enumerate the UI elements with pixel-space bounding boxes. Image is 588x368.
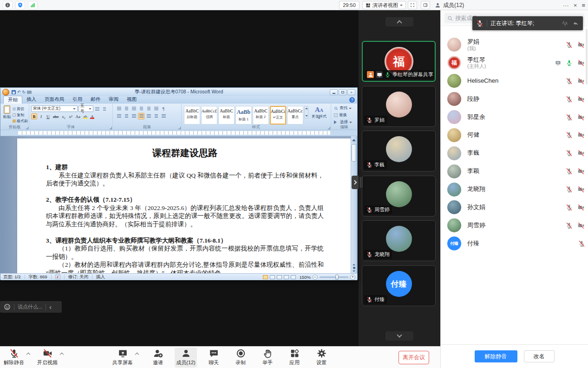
dialog-launcher-icon[interactable]: [110, 127, 112, 129]
toolbar-chat-button[interactable]: 聊天: [203, 348, 225, 366]
member-row[interactable]: 何健: [441, 126, 588, 144]
minimize-button[interactable]: [330, 89, 338, 95]
toolbar-apps-button[interactable]: 应用: [283, 348, 306, 366]
chevron-up-icon[interactable]: [25, 349, 32, 365]
zoom-out-button[interactable]: –: [313, 275, 318, 280]
style-强调[interactable]: AaBbCcD强调: [201, 106, 217, 125]
undo-icon[interactable]: ↶: [17, 90, 21, 94]
unmute-button[interactable]: 解除静音: [475, 350, 517, 362]
member-row[interactable]: 付臻付臻: [441, 235, 588, 253]
panel-menu-button[interactable]: ≡: [581, 2, 585, 9]
print-icon[interactable]: [27, 91, 32, 94]
shield-icon[interactable]: [15, 1, 25, 9]
grow-font-button[interactable]: [94, 106, 100, 112]
toolbar-start-video-button[interactable]: 开启视频: [36, 348, 59, 366]
member-row[interactable]: 周雪婷: [441, 217, 588, 235]
multilevel-list-button[interactable]: [131, 105, 137, 112]
numbering-button[interactable]: [123, 105, 130, 112]
ribbon-tab-4[interactable]: 引用: [68, 96, 86, 104]
ribbon-tab-1[interactable]: 开始: [3, 96, 22, 104]
member-row[interactable]: 李巍: [441, 144, 588, 162]
redo-icon[interactable]: ↻: [22, 90, 26, 94]
member-row[interactable]: 罗娟(我): [441, 36, 588, 54]
toolbar-unmute-button[interactable]: 解除静音: [3, 348, 25, 366]
font-button-A[interactable]: A: [89, 113, 95, 119]
style-副标题[interactable]: AaBbC副标题: [184, 106, 200, 125]
browse-object-icon[interactable]: [353, 267, 355, 269]
style-标题[interactable]: AaBbC标题: [218, 106, 235, 125]
line-spacing-button[interactable]: [145, 113, 152, 119]
toolbar-record-button[interactable]: 录制: [229, 348, 252, 366]
view-mode-button[interactable]: 演讲者视图: [362, 1, 406, 9]
shading-button[interactable]: [153, 113, 159, 119]
collapse-chatbar-button[interactable]: ‹: [49, 304, 52, 310]
format-painter-button[interactable]: 格式刷: [13, 118, 28, 124]
pilcrow-button[interactable]: ¶: [160, 105, 167, 112]
style-要点[interactable]: AaBbCcD要点: [287, 106, 303, 125]
zoom-level[interactable]: 150%: [300, 275, 311, 280]
ruler[interactable]: [0, 130, 357, 136]
toolbar-invite-button[interactable]: 邀请: [147, 348, 169, 366]
print-layout-view-icon[interactable]: [263, 275, 268, 279]
font-button-abc[interactable]: abc: [52, 113, 60, 119]
dialog-launcher-icon[interactable]: [328, 127, 330, 129]
scrollbar-thumb[interactable]: [352, 144, 356, 162]
font-button-Aa[interactable]: Aa: [75, 113, 82, 119]
revision-status[interactable]: 修订: 关闭: [68, 274, 88, 280]
toolbar-settings-button[interactable]: 设置: [310, 348, 333, 366]
change-styles-button[interactable]: AA 更改样式: [309, 105, 329, 124]
copy-button[interactable]: 复制: [13, 112, 28, 118]
info-icon[interactable]: [3, 1, 13, 9]
zoom-in-button[interactable]: +: [350, 275, 355, 280]
signal-icon[interactable]: [28, 1, 38, 9]
ribbon-tab-6[interactable]: 审阅: [105, 96, 123, 104]
reply-icon[interactable]: [572, 20, 579, 27]
cut-button[interactable]: 剪切: [13, 106, 28, 112]
insert-mode[interactable]: 插入: [96, 274, 105, 280]
office-button[interactable]: [2, 89, 9, 96]
chevron-up-icon[interactable]: [59, 349, 65, 365]
shrink-font-button[interactable]: [101, 106, 107, 112]
member-row[interactable]: 福季红琴(主持人): [441, 54, 588, 72]
justify-button[interactable]: [138, 113, 144, 119]
font-family-select[interactable]: 宋体 (中文正文): [31, 105, 78, 112]
align-left-button[interactable]: [116, 113, 122, 119]
scroll-up-icon[interactable]: [352, 137, 356, 141]
video-tile[interactable]: 周雪婷: [362, 176, 436, 217]
dialog-launcher-icon[interactable]: [26, 127, 28, 129]
save-icon[interactable]: [12, 90, 16, 94]
panel-close-button[interactable]: ×: [574, 2, 577, 9]
close-window-button[interactable]: ×: [347, 89, 355, 95]
zoom-slider[interactable]: [320, 276, 348, 278]
style-↵正文[interactable]: AaBbCcDd↵正文: [270, 106, 286, 125]
ribbon-tab-5[interactable]: 邮件: [86, 96, 105, 104]
paste-button[interactable]: 粘贴: [1, 105, 13, 124]
document-page[interactable]: 课程群建设思路 1、建群系主任建立课程群负责人和系部主任群（建议 QQ 和微信各…: [17, 138, 353, 273]
panel-scrollbar[interactable]: [586, 29, 588, 85]
video-tile[interactable]: 龙晓翔: [362, 220, 436, 261]
member-row[interactable]: HeliseChen: [441, 72, 588, 90]
video-tile[interactable]: 罗娟: [362, 86, 436, 127]
spellcheck-icon[interactable]: ✗: [55, 275, 60, 279]
align-right-button[interactable]: [131, 113, 137, 119]
collapse-strip-handle[interactable]: [352, 176, 359, 189]
word-titlebar[interactable]: ↶ ↻ 季-课程群建设思考0708 - Microsoft Word ×: [0, 88, 357, 96]
decrease-indent-button[interactable]: [138, 105, 144, 112]
restore-button[interactable]: [339, 89, 346, 95]
ribbon-tab-2[interactable]: 插入: [22, 96, 40, 104]
style-标题 2[interactable]: AaBbC标题 2: [253, 106, 269, 125]
style-gallery-scroll[interactable]: [304, 106, 308, 118]
increase-indent-button[interactable]: [145, 105, 152, 112]
font-button-I[interactable]: I: [38, 113, 44, 119]
ribbon-tab-3[interactable]: 页面布局: [40, 96, 68, 104]
font-button-ab[interactable]: ab: [82, 113, 88, 119]
replace-button[interactable]: 替换: [334, 112, 356, 118]
page-indicator[interactable]: 页面: 1/2: [3, 274, 21, 280]
member-row[interactable]: 孙文娟: [441, 198, 588, 217]
sort-button[interactable]: [153, 105, 159, 112]
font-button-U[interactable]: U: [45, 113, 51, 119]
member-row[interactable]: 李颖: [441, 162, 588, 180]
style-标题 1[interactable]: AaBb标题 1: [235, 106, 252, 125]
word-count[interactable]: 字数: 869: [29, 274, 47, 280]
side-panel-button[interactable]: [421, 1, 430, 9]
